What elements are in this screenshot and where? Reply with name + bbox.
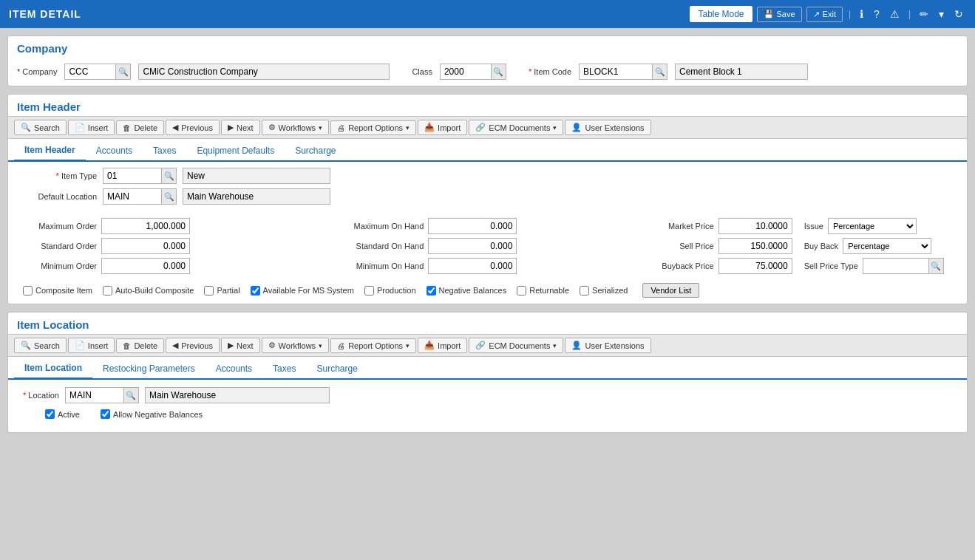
item-type-search-icon[interactable]: 🔍 [162, 168, 177, 184]
il-import-icon: 📥 [424, 341, 435, 350]
std-order-input[interactable] [101, 238, 190, 254]
partial-checkbox-wrap: Partial [204, 286, 239, 296]
il-ecm-button[interactable]: 🔗 ECM Documents ▾ [469, 338, 563, 353]
il-insert-button[interactable]: 📄 Insert [68, 338, 115, 353]
prev-icon: ◀ [172, 123, 178, 132]
edit-icon[interactable]: ✏ [917, 7, 931, 21]
app-header: ITEM DETAIL Table Mode 💾 Save ↗ Exit | ℹ… [0, 0, 975, 28]
info-circle-icon[interactable]: ℹ [857, 7, 866, 21]
active-checkbox-wrap: Active [45, 409, 80, 419]
sell-price-type-search-icon[interactable]: 🔍 [929, 258, 944, 274]
available-ms-checkbox[interactable] [251, 286, 260, 296]
il-import-button[interactable]: 📥 Import [418, 338, 467, 353]
sell-price-type-input[interactable] [863, 258, 929, 274]
warning-icon[interactable]: ⚠ [887, 7, 903, 21]
default-location-code-input[interactable] [103, 188, 162, 205]
il-next-button[interactable]: ▶ Next [221, 338, 260, 353]
std-onhand-input[interactable] [428, 238, 517, 254]
auto-build-checkbox[interactable] [103, 286, 112, 296]
tab-restocking-params[interactable]: Restocking Parameters [92, 358, 205, 378]
checkboxes-row: Composite Item Auto-Build Composite Part… [8, 277, 967, 304]
table-mode-button[interactable]: Table Mode [690, 6, 752, 22]
serialized-checkbox[interactable] [580, 286, 589, 296]
min-order-input[interactable] [101, 258, 190, 274]
ih-report-options-button[interactable]: 🖨 Report Options ▾ [330, 120, 416, 135]
ih-user-ext-button[interactable]: 👤 User Extensions [565, 120, 650, 135]
min-onhand-input[interactable] [428, 258, 517, 274]
market-price-input[interactable] [718, 218, 792, 234]
allow-neg-bal-checkbox[interactable] [101, 409, 110, 419]
returnable-checkbox[interactable] [517, 286, 526, 296]
partial-checkbox[interactable] [204, 286, 214, 296]
tab-item-location[interactable]: Item Location [14, 358, 92, 380]
il-user-ext-button[interactable]: 👤 User Extensions [565, 338, 650, 353]
company-code-search-icon[interactable]: 🔍 [116, 64, 131, 80]
refresh-icon[interactable]: ↻ [951, 7, 966, 21]
import-icon: 📥 [424, 123, 435, 132]
available-ms-checkbox-wrap: Available For MS System [251, 286, 354, 296]
location-code-input[interactable] [65, 387, 124, 403]
sell-price-type-label: Sell Price Type [804, 262, 858, 270]
ih-insert-button[interactable]: 📄 Insert [68, 120, 115, 135]
company-code-wrap: 🔍 [64, 64, 131, 80]
il-previous-button[interactable]: ◀ Previous [166, 338, 220, 353]
il-search-button[interactable]: 🔍 Search [14, 338, 67, 353]
tab-taxes[interactable]: Taxes [143, 140, 186, 160]
item-code-search-icon[interactable]: 🔍 [653, 64, 667, 80]
item-type-desc-input [183, 168, 330, 184]
active-checkbox[interactable] [45, 409, 55, 419]
ih-next-button[interactable]: ▶ Next [221, 120, 260, 135]
item-code-wrap: 🔍 [579, 64, 667, 80]
location-code-search-icon[interactable]: 🔍 [124, 387, 139, 403]
issue-label: Issue [804, 222, 823, 231]
ih-search-button[interactable]: 🔍 Search [14, 120, 67, 135]
composite-item-checkbox[interactable] [23, 286, 33, 296]
returnable-label: Returnable [529, 286, 569, 295]
max-order-input[interactable] [101, 218, 190, 234]
header-separator2: | [908, 9, 911, 19]
available-ms-label: Available For MS System [263, 286, 354, 295]
buyback-price-input[interactable] [718, 258, 792, 274]
vendor-list-button[interactable]: Vendor List [642, 283, 699, 298]
tab-item-header[interactable]: Item Header [14, 140, 86, 162]
tab-il-taxes[interactable]: Taxes [262, 358, 306, 378]
production-checkbox[interactable] [364, 286, 374, 296]
exit-icon: ↗ [813, 10, 820, 19]
il-report-options-button[interactable]: 🖨 Report Options ▾ [330, 338, 416, 353]
ih-delete-button[interactable]: 🗑 Delete [116, 120, 164, 135]
ih-import-button[interactable]: 📥 Import [418, 120, 467, 135]
ih-workflows-button[interactable]: ⚙ Workflows ▾ [262, 120, 330, 135]
max-onhand-input[interactable] [428, 218, 517, 234]
item-code-desc-input [675, 64, 808, 80]
class-input[interactable] [440, 64, 492, 80]
default-location-search-icon[interactable]: 🔍 [162, 188, 177, 205]
save-button[interactable]: 💾 Save [757, 7, 802, 22]
item-type-code-input[interactable] [103, 168, 162, 184]
class-search-icon[interactable]: 🔍 [492, 64, 506, 80]
help-icon[interactable]: ? [871, 7, 883, 21]
user-ext-icon: 👤 [571, 123, 582, 132]
buy-back-select[interactable]: Percentage [843, 238, 931, 254]
company-row: * Company 🔍 Class 🔍 * Item Code 🔍 [8, 58, 967, 86]
ih-previous-button[interactable]: ◀ Previous [166, 120, 220, 135]
serialized-label: Serialized [592, 286, 628, 295]
negative-balances-checkbox[interactable] [427, 286, 436, 296]
chevron-down-icon[interactable]: ▾ [936, 7, 947, 21]
tab-il-surcharge[interactable]: Surcharge [306, 358, 367, 378]
sell-price-input[interactable] [718, 238, 792, 254]
tab-il-accounts[interactable]: Accounts [205, 358, 262, 378]
header-separator: | [849, 9, 851, 19]
issue-select[interactable]: Percentage [828, 218, 917, 234]
ih-ecm-button[interactable]: 🔗 ECM Documents ▾ [469, 120, 563, 135]
tab-equipment-defaults[interactable]: Equipment Defaults [186, 140, 285, 160]
item-code-input[interactable] [579, 64, 653, 80]
il-workflows-button[interactable]: ⚙ Workflows ▾ [262, 338, 330, 353]
exit-button[interactable]: ↗ Exit [806, 7, 843, 22]
il-delete-button[interactable]: 🗑 Delete [116, 338, 164, 353]
il-next-icon: ▶ [228, 341, 234, 350]
tab-accounts[interactable]: Accounts [86, 140, 143, 160]
company-code-input[interactable] [64, 64, 116, 80]
location-desc-input [145, 387, 330, 403]
tab-surcharge[interactable]: Surcharge [285, 140, 346, 160]
il-report-dropdown-icon: ▾ [406, 342, 410, 349]
